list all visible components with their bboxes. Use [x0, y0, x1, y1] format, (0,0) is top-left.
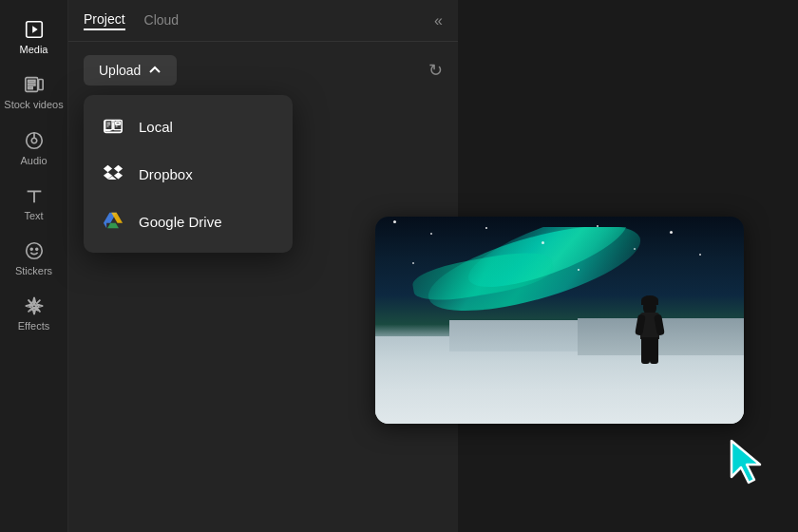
dropdown-item-dropbox[interactable]: Dropbox — [84, 150, 293, 198]
sidebar-item-media-label: Media — [20, 44, 48, 55]
stickers-icon — [24, 240, 45, 261]
google-drive-icon — [103, 211, 124, 232]
tab-project[interactable]: Project — [84, 11, 125, 30]
dropbox-icon — [103, 163, 124, 184]
sidebar-item-stock-videos[interactable]: Stock videos — [0, 65, 67, 121]
dropdown-item-dropbox-label: Dropbox — [139, 166, 193, 182]
upload-dropdown-menu: Local Dropbox Google Drive — [84, 95, 293, 253]
svg-rect-4 — [28, 84, 34, 86]
sidebar-item-stickers-label: Stickers — [15, 265, 52, 276]
cursor-arrow — [726, 437, 771, 490]
stock-videos-icon — [24, 74, 45, 95]
svg-rect-3 — [28, 80, 34, 82]
local-icon — [103, 116, 124, 137]
sidebar-item-text[interactable]: Text — [0, 176, 67, 231]
tabs-left: Project Cloud — [84, 11, 179, 30]
media-icon — [24, 19, 45, 40]
effects-icon — [24, 295, 45, 316]
sidebar-item-text-label: Text — [24, 210, 43, 221]
sidebar-item-audio[interactable]: Audio — [0, 121, 67, 176]
svg-point-14 — [35, 248, 37, 250]
refresh-button[interactable]: ↻ — [428, 60, 443, 81]
dropdown-item-local[interactable]: Local — [84, 103, 293, 150]
svg-marker-1 — [32, 26, 38, 32]
aurora-image — [375, 217, 744, 424]
tabs-bar: Project Cloud « — [68, 0, 458, 42]
text-icon — [24, 185, 45, 206]
svg-point-13 — [30, 248, 32, 250]
sidebar-item-effects[interactable]: Effects — [0, 286, 67, 341]
sidebar-item-stickers[interactable]: Stickers — [0, 231, 67, 286]
upload-area: Upload ↻ — [68, 42, 458, 99]
audio-icon — [24, 130, 45, 151]
dropdown-item-google-drive-label: Google Drive — [139, 214, 222, 230]
chevron-up-icon — [148, 64, 162, 77]
tab-cloud[interactable]: Cloud — [144, 12, 180, 29]
sidebar-item-stock-videos-label: Stock videos — [4, 99, 63, 111]
svg-rect-5 — [28, 87, 32, 89]
upload-button-label: Upload — [99, 63, 141, 78]
svg-point-12 — [26, 243, 42, 259]
svg-rect-27 — [116, 122, 121, 124]
sidebar: Media Stock videos Audio Text — [0, 0, 68, 532]
tabs-right: « — [434, 12, 443, 29]
sidebar-item-audio-label: Audio — [20, 155, 47, 166]
svg-point-8 — [31, 138, 37, 143]
person-silhouette — [636, 299, 663, 366]
sidebar-item-effects-label: Effects — [18, 320, 49, 332]
aurora-preview-card — [375, 217, 744, 424]
dropdown-item-google-drive[interactable]: Google Drive — [84, 198, 293, 245]
upload-button[interactable]: Upload — [84, 55, 177, 86]
svg-rect-6 — [38, 80, 43, 90]
dropdown-item-local-label: Local — [139, 119, 173, 135]
collapse-panel-button[interactable]: « — [434, 12, 443, 29]
sidebar-item-media[interactable]: Media — [0, 10, 67, 65]
